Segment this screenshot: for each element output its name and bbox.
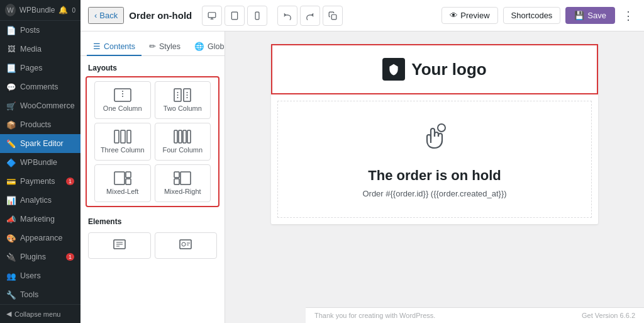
collapse-label: Collapse menu (14, 310, 60, 318)
svg-point-10 (122, 93, 123, 94)
desktop-view-button[interactable] (202, 6, 222, 26)
four-column-icon (174, 130, 191, 144)
preview-logo-text: Your logo (411, 60, 486, 79)
svg-rect-29 (126, 179, 131, 184)
svg-rect-32 (180, 172, 191, 184)
sidebar-nav: 📄 Posts 🖼 Media 📃 Pages 💬 Comments 🛒 Woo… (0, 21, 80, 304)
preview-subtitle: Order #{{order.id}} ({{order.created_at}… (291, 189, 579, 198)
sidebar-item-label: Users (20, 271, 41, 280)
sidebar-item-label: Media (20, 45, 42, 54)
notification-count: 🔔 (58, 6, 68, 14)
plugins-icon: 🔌 (6, 252, 16, 262)
analytics-icon: 📊 (6, 195, 16, 205)
content-area: ☰ Contents ✏ Styles 🌐 Global Layouts (80, 31, 644, 323)
sidebar-item-plugins[interactable]: 🔌 Plugins 1 (0, 247, 80, 266)
back-button[interactable]: ‹ Back (88, 7, 124, 24)
three-column-icon (114, 130, 131, 144)
sidebar-item-marketing[interactable]: 📣 Marketing (0, 210, 80, 229)
tab-styles[interactable]: ✏ Styles (143, 38, 187, 56)
preview-footer-bar: Thank you for creating with WordPress. G… (306, 307, 644, 323)
svg-rect-26 (187, 130, 191, 143)
svg-rect-23 (174, 130, 177, 143)
back-arrow-icon: ‹ (94, 11, 97, 20)
layouts-grid: One Column Two Column (86, 76, 219, 207)
layout-mixed-right[interactable]: Mixed-Right (155, 164, 211, 202)
preview-title: The order is on hold (291, 167, 579, 184)
sidebar-item-label: Comments (20, 82, 58, 91)
element-icon-1 (113, 239, 126, 249)
admin-top-bar: W WPBundle 🔔 0 (0, 0, 80, 21)
sidebar-item-tools[interactable]: 🔧 Tools (0, 285, 80, 304)
copy-button[interactable] (323, 6, 343, 26)
collapse-menu-button[interactable]: ◀ Collapse menu (0, 304, 80, 323)
topbar-device-icons (202, 6, 267, 26)
panel-tabs: ☰ Contents ✏ Styles 🌐 Global (80, 31, 225, 56)
tab-global[interactable]: 🌐 Global (188, 38, 225, 56)
mixed-right-icon (174, 171, 191, 185)
media-icon: 🖼 (6, 44, 16, 54)
preview-button[interactable]: 👁 Preview (441, 7, 497, 24)
shortcodes-label: Shortcodes (511, 11, 553, 20)
sidebar-item-label: Marketing (20, 215, 55, 224)
svg-rect-5 (255, 12, 259, 20)
layout-two-column[interactable]: Two Column (155, 81, 211, 119)
sidebar-item-posts[interactable]: 📄 Posts (0, 21, 80, 40)
contents-icon: ☰ (93, 42, 101, 51)
svg-rect-22 (127, 130, 131, 143)
svg-point-11 (122, 96, 123, 97)
sidebar-item-label: WooCommerce (20, 101, 75, 110)
element-icon-2 (179, 239, 192, 249)
svg-rect-31 (174, 179, 179, 184)
two-column-label: Two Column (164, 105, 202, 112)
sidebar-item-woocommerce[interactable]: 🛒 WooCommerce (0, 96, 80, 115)
svg-rect-28 (126, 172, 131, 178)
sidebar: W WPBundle 🔔 0 📄 Posts 🖼 Media 📃 Pages 💬… (0, 0, 80, 323)
svg-rect-0 (208, 12, 216, 17)
svg-point-41 (438, 124, 445, 132)
four-column-label: Four Column (162, 146, 203, 154)
sidebar-item-spark-editor[interactable]: ✏️ Spark Editor (0, 134, 80, 153)
preview-card: Your logo (271, 44, 598, 224)
tab-contents[interactable]: ☰ Contents (87, 38, 142, 56)
preview-area: Your logo (225, 31, 644, 323)
tools-icon: 🔧 (6, 290, 16, 300)
sidebar-item-comments[interactable]: 💬 Comments (0, 77, 80, 96)
spark-editor-icon: ✏️ (6, 139, 16, 149)
layout-mixed-left[interactable]: Mixed-Left (94, 164, 151, 202)
sidebar-item-payments[interactable]: 💳 Payments 1 (0, 172, 80, 191)
layout-three-column[interactable]: Three Column (94, 123, 151, 161)
tablet-view-button[interactable] (225, 6, 245, 26)
sidebar-item-pages[interactable]: 📃 Pages (0, 59, 80, 77)
sidebar-item-wpbundle[interactable]: 🔷 WPBundle (0, 153, 80, 172)
element-item-1[interactable] (88, 232, 151, 259)
page-title: Order on-hold (129, 10, 192, 21)
sidebar-item-users[interactable]: 👥 Users (0, 266, 80, 285)
svg-rect-25 (183, 130, 186, 143)
comments-icon: 💬 (6, 82, 16, 92)
redo-button[interactable] (300, 6, 320, 26)
shortcodes-button[interactable]: Shortcodes (503, 7, 561, 24)
woocommerce-icon: 🛒 (6, 101, 16, 111)
save-button[interactable]: 💾 Save (565, 7, 615, 24)
mixed-right-label: Mixed-Right (164, 188, 201, 195)
sidebar-item-analytics[interactable]: 📊 Analytics (0, 191, 80, 210)
mixed-left-label: Mixed-Left (106, 188, 138, 195)
more-options-button[interactable]: ⋮ (620, 6, 636, 25)
preview-label: Preview (460, 11, 489, 20)
layout-four-column[interactable]: Four Column (155, 123, 211, 161)
sidebar-item-appearance[interactable]: 🎨 Appearance (0, 229, 80, 247)
sidebar-item-products[interactable]: 📦 Products (0, 115, 80, 134)
svg-point-14 (177, 92, 179, 93)
preview-logo-icon (382, 58, 405, 81)
undo-button[interactable] (277, 6, 297, 26)
elements-grid (80, 230, 225, 261)
svg-rect-21 (121, 130, 125, 143)
element-item-2[interactable] (155, 232, 218, 259)
styles-icon: ✏ (149, 42, 156, 51)
collapse-icon: ◀ (6, 310, 11, 318)
sidebar-item-media[interactable]: 🖼 Media (0, 40, 80, 59)
layout-one-column[interactable]: One Column (94, 81, 151, 119)
mobile-view-button[interactable] (247, 6, 267, 26)
two-column-icon (174, 88, 191, 102)
sidebar-item-label: Tools (20, 290, 38, 299)
